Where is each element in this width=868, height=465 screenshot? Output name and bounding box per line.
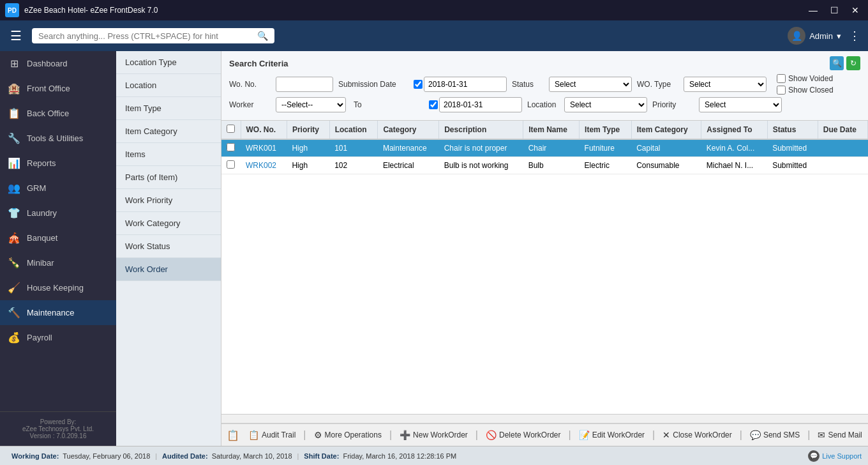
sidebar-item-house-keeping[interactable]: 🧹House Keeping bbox=[0, 275, 116, 300]
search-criteria-title: Search Criteria bbox=[229, 59, 288, 68]
sidebar-item-dashboard[interactable]: ⊞Dashboard bbox=[0, 51, 116, 76]
wo-no-link-1[interactable]: WRK002 bbox=[246, 161, 276, 170]
sub-sidebar-item-item-type[interactable]: Item Type bbox=[116, 97, 221, 120]
close-button[interactable]: ✕ bbox=[848, 4, 863, 17]
table-row[interactable]: WRK002High102ElectricalBulb is not worki… bbox=[221, 157, 868, 174]
cell-wo-no-1: WRK002 bbox=[241, 157, 287, 174]
sidebar-item-payroll[interactable]: 💰Payroll bbox=[0, 325, 116, 350]
cell-item-type-0: Futniture bbox=[580, 139, 632, 157]
sidebar-item-laundry[interactable]: 👕Laundry bbox=[0, 201, 116, 225]
priority-label: Priority bbox=[652, 100, 694, 109]
cell-category-1: Electrical bbox=[378, 157, 439, 174]
work-order-table: WO. No.PriorityLocationCategoryDescripti… bbox=[221, 121, 868, 174]
audit-trail-button[interactable]: 📋Audit Trail bbox=[243, 428, 301, 442]
delete-workorder-label: Delete WorkOrder bbox=[499, 431, 560, 439]
criteria-refresh-button[interactable]: ↻ bbox=[846, 56, 860, 70]
close-workorder-icon: ✕ bbox=[662, 430, 670, 440]
status-label: Status bbox=[512, 80, 544, 89]
scrollbar-area[interactable] bbox=[221, 414, 868, 423]
audited-date-value: Saturday, March 10, 2018 bbox=[212, 452, 292, 460]
toolbar-separator-6: | bbox=[738, 429, 744, 441]
delete-workorder-button[interactable]: 🚫Delete WorkOrder bbox=[481, 428, 565, 442]
sub-sidebar-item-item-category[interactable]: Item Category bbox=[116, 120, 221, 143]
close-workorder-button[interactable]: ✕Close WorkOrder bbox=[657, 428, 737, 442]
sub-sidebar-item-work-priority[interactable]: Work Priority bbox=[116, 189, 221, 212]
worker-select[interactable]: --Select-- bbox=[276, 97, 346, 112]
sub-sidebar-item-parts-of-item[interactable]: Parts (of Item) bbox=[116, 166, 221, 189]
hamburger-button[interactable]: ☰ bbox=[8, 26, 24, 46]
submission-date-input[interactable] bbox=[424, 77, 507, 92]
new-workorder-button[interactable]: ➕New WorkOrder bbox=[394, 428, 473, 442]
sub-sidebar-item-work-order[interactable]: Work Order bbox=[116, 258, 221, 281]
sidebar-item-grm[interactable]: 👥GRM bbox=[0, 176, 116, 201]
sidebar-label-reports: Reports bbox=[27, 158, 56, 168]
sidebar-icon-reports: 📊 bbox=[8, 157, 20, 169]
sidebar-label-maintenance: Maintenance bbox=[27, 308, 74, 317]
sidebar-label-dashboard: Dashboard bbox=[27, 59, 68, 68]
select-all-checkbox[interactable] bbox=[227, 125, 235, 133]
cell-location-0: 101 bbox=[329, 139, 378, 157]
location-select[interactable]: Select bbox=[564, 97, 647, 112]
send-mail-button[interactable]: ✉Send Mail bbox=[812, 428, 867, 442]
row-checkbox-0[interactable] bbox=[227, 143, 235, 151]
sub-sidebar-item-work-status[interactable]: Work Status bbox=[116, 235, 221, 258]
show-closed-checkbox[interactable] bbox=[777, 86, 786, 95]
location-label: Location bbox=[527, 100, 559, 109]
priority-select[interactable]: Select High Medium Low bbox=[699, 97, 782, 112]
col-description: Description bbox=[439, 121, 523, 139]
sidebar-item-reports[interactable]: 📊Reports bbox=[0, 151, 116, 176]
maximize-button[interactable]: ☐ bbox=[827, 4, 842, 17]
search-box[interactable]: 🔍 bbox=[32, 28, 274, 43]
cell-status-0: Submitted bbox=[767, 139, 818, 157]
live-support[interactable]: 💬 Live Support bbox=[808, 450, 862, 462]
criteria-search-button[interactable]: 🔍 bbox=[830, 56, 844, 70]
sidebar-item-minibar[interactable]: 🍾Minibar bbox=[0, 250, 116, 275]
submission-date-checkbox[interactable] bbox=[414, 80, 423, 89]
wo-no-link-0[interactable]: WRK001 bbox=[246, 144, 276, 153]
row-checkbox-1[interactable] bbox=[227, 160, 235, 169]
sidebar-footer: Powered By: eZee Technosys Pvt. Ltd. Ver… bbox=[0, 411, 116, 446]
col-checkbox bbox=[221, 121, 241, 139]
sidebar-icon-house-keeping: 🧹 bbox=[8, 282, 20, 294]
to-date-input[interactable] bbox=[439, 97, 522, 112]
content-area: Search Criteria 🔍 ↻ Wo. No. Submission D… bbox=[221, 51, 868, 446]
user-info[interactable]: 👤 Admin ▾ bbox=[788, 27, 841, 45]
user-avatar: 👤 bbox=[788, 27, 805, 45]
sidebar-item-tools-utilities[interactable]: 🔧Tools & Utilities bbox=[0, 126, 116, 151]
table-row[interactable]: WRK001High101MaintenanceChair is not pro… bbox=[221, 139, 868, 157]
col-item-type: Item Type bbox=[580, 121, 632, 139]
cell-assigned-to-0: Kevin A. Col... bbox=[701, 139, 767, 157]
to-date-checkbox[interactable] bbox=[429, 100, 438, 109]
audited-date-label: Audited Date: Saturday, March 10, 2018 bbox=[157, 452, 297, 460]
working-date-label: Working Date: Tuesday, February 06, 2018 bbox=[6, 452, 155, 460]
status-select[interactable]: Select Submitted In Progress Completed C… bbox=[549, 77, 632, 92]
show-voided-checkbox[interactable] bbox=[777, 74, 786, 83]
sidebar-item-maintenance[interactable]: 🔨Maintenance bbox=[0, 300, 116, 325]
sub-sidebar-item-location-type[interactable]: Location Type bbox=[116, 51, 221, 74]
user-name: Admin bbox=[809, 31, 833, 41]
minimize-button[interactable]: — bbox=[805, 4, 821, 17]
edit-workorder-button[interactable]: 📝Edit WorkOrder bbox=[574, 428, 650, 442]
send-sms-button[interactable]: 💬Send SMS bbox=[745, 428, 805, 442]
footer-line1: Powered By: bbox=[8, 418, 108, 425]
sidebar-icon-minibar: 🍾 bbox=[8, 257, 20, 269]
sidebar-item-front-office[interactable]: 🏨Front Office bbox=[0, 76, 116, 101]
sidebar-label-banquet: Banquet bbox=[27, 233, 57, 243]
sub-sidebar-item-items[interactable]: Items bbox=[116, 143, 221, 166]
worker-label: Worker bbox=[229, 100, 271, 109]
sub-sidebar-item-location[interactable]: Location bbox=[116, 74, 221, 97]
toolbar-separator-3: | bbox=[474, 429, 479, 441]
more-operations-label: More Operations bbox=[325, 431, 382, 439]
wo-no-input[interactable] bbox=[276, 77, 333, 92]
more-operations-button[interactable]: ⚙More Operations bbox=[309, 428, 387, 442]
search-input[interactable] bbox=[38, 31, 252, 41]
more-button[interactable]: ⋮ bbox=[849, 29, 860, 43]
sidebar-item-banquet[interactable]: 🎪Banquet bbox=[0, 225, 116, 250]
wo-type-select[interactable]: Select Preventive Corrective bbox=[684, 77, 767, 92]
sub-sidebar-item-work-category[interactable]: Work Category bbox=[116, 212, 221, 235]
cell-category-0: Maintenance bbox=[378, 139, 439, 157]
cell-wo-no-0: WRK001 bbox=[241, 139, 287, 157]
wo-type-label: WO. Type bbox=[637, 80, 678, 89]
shift-date-value: Friday, March 16, 2018 12:28:16 PM bbox=[343, 452, 456, 460]
sidebar-item-back-office[interactable]: 📋Back Office bbox=[0, 101, 116, 126]
